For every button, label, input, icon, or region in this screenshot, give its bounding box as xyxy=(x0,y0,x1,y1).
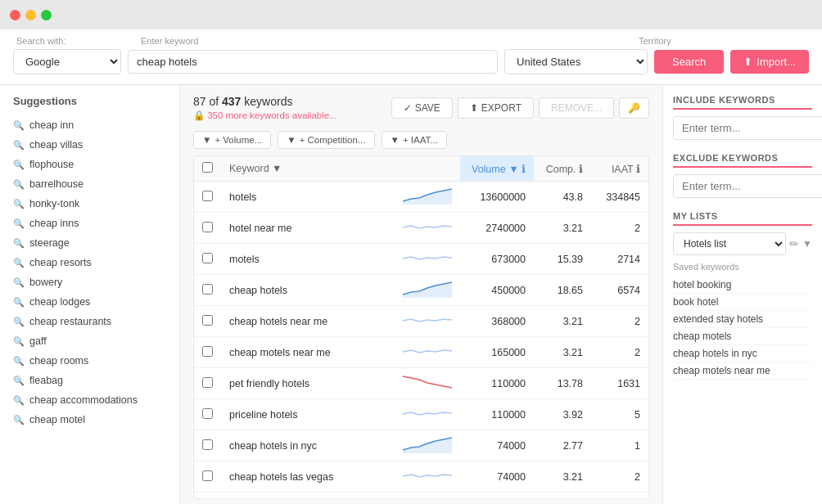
list-select[interactable]: Hotels list xyxy=(673,232,786,255)
sidebar-items-container: 🔍cheap inn🔍cheap villas🔍flophouse🔍barrel… xyxy=(0,115,179,430)
exclude-term-input[interactable] xyxy=(673,174,822,198)
maximize-button[interactable] xyxy=(41,10,52,20)
row-checkbox[interactable] xyxy=(202,377,213,388)
trend-sparkline xyxy=(403,280,452,298)
edit-list-button[interactable]: ✏ xyxy=(789,237,799,250)
save-button[interactable]: ✓ SAVE xyxy=(391,97,453,119)
keyword-cell[interactable]: hotel near me xyxy=(221,213,395,244)
volume-cell: 165000 xyxy=(460,337,534,368)
sidebar-item[interactable]: 🔍steerage xyxy=(0,233,179,253)
comp-cell: 43.8 xyxy=(534,182,591,213)
keyword-cell[interactable]: google hotels xyxy=(221,493,395,500)
keyword-cell[interactable]: pet friendly hotels xyxy=(221,368,395,399)
key-button[interactable]: 🔑 xyxy=(619,97,649,119)
row-checkbox[interactable] xyxy=(202,253,213,263)
remove-button[interactable]: REMOVE... xyxy=(539,97,614,119)
comp-cell: 3.21 xyxy=(534,461,591,493)
trend-cell xyxy=(395,182,460,213)
trend-sparkline xyxy=(403,373,452,391)
volume-header[interactable]: Volume ▼ ℹ xyxy=(460,156,534,182)
keyword-input[interactable] xyxy=(128,50,498,74)
trend-sparkline xyxy=(403,187,452,205)
import-button[interactable]: ⬆ Import... xyxy=(730,50,809,74)
comp-cell: 18.65 xyxy=(534,275,591,306)
table-row: pet friendly hotels 110000 13.78 1631 xyxy=(194,368,648,399)
sidebar-item[interactable]: 🔍barrelhouse xyxy=(0,174,179,194)
sidebar-item[interactable]: 🔍cheap accommodations xyxy=(0,390,179,410)
row-checkbox[interactable] xyxy=(202,408,213,419)
trend-sparkline xyxy=(403,249,452,267)
include-keywords-section: INCLUDE KEYWORDS Add xyxy=(673,95,812,140)
sidebar-item[interactable]: 🔍cheap restaurants xyxy=(0,312,179,331)
iaat-cell: 2 xyxy=(591,337,648,368)
row-checkbox[interactable] xyxy=(202,346,213,357)
saved-keyword-item: book hotel xyxy=(673,294,812,311)
sidebar-item-label: cheap restaurants xyxy=(29,316,111,327)
header-actions: ✓ SAVE ⬆ EXPORT REMOVE... 🔑 xyxy=(391,97,649,119)
sidebar-item[interactable]: 🔍fleabag xyxy=(0,371,179,390)
sidebar-item[interactable]: 🔍honky-tonk xyxy=(0,194,179,214)
iaat-header[interactable]: IAAT ℹ xyxy=(591,156,648,182)
close-button[interactable] xyxy=(10,10,20,20)
more-keywords-link[interactable]: 350 more keywords available... xyxy=(193,110,337,121)
row-checkbox[interactable] xyxy=(202,191,213,201)
sidebar-item-label: honky-tonk xyxy=(29,198,79,209)
trend-sparkline xyxy=(403,311,452,329)
comp-header[interactable]: Comp. ℹ xyxy=(534,156,591,182)
comp-cell: 3.21 xyxy=(534,306,591,337)
sidebar-title: Suggestions xyxy=(0,95,179,115)
row-checkbox-cell xyxy=(194,368,221,399)
list-chevron-button[interactable]: ▼ xyxy=(802,238,812,250)
export-button[interactable]: ⬆ EXPORT xyxy=(458,97,534,119)
trend-sparkline xyxy=(403,466,452,484)
keyword-cell[interactable]: cheap hotels las vegas xyxy=(221,461,395,493)
sidebar-item[interactable]: 🔍gaff xyxy=(0,331,179,351)
iaat-filter[interactable]: ▼ + IAAT... xyxy=(382,131,447,149)
keyword-cell[interactable]: cheap hotels xyxy=(221,275,395,306)
row-checkbox[interactable] xyxy=(202,222,213,232)
sidebar-item[interactable]: 🔍cheap villas xyxy=(0,135,179,155)
row-checkbox[interactable] xyxy=(202,315,213,326)
territory-select[interactable]: United States United Kingdom Canada xyxy=(504,49,648,74)
competition-filter[interactable]: ▼ + Competition... xyxy=(278,131,374,149)
my-lists-title: MY LISTS xyxy=(673,211,812,226)
keyword-cell[interactable]: hotels xyxy=(221,182,395,213)
keyword-header[interactable]: Keyword ▼ xyxy=(221,156,395,182)
table-row: google hotels 49500 2.77 1 xyxy=(194,493,648,500)
row-checkbox[interactable] xyxy=(202,470,213,481)
trend-cell xyxy=(395,244,460,275)
row-checkbox-cell xyxy=(194,493,221,500)
sidebar-item[interactable]: 🔍cheap resorts xyxy=(0,253,179,272)
keyword-cell[interactable]: priceline hotels xyxy=(221,399,395,430)
trend-sparkline xyxy=(403,404,452,422)
minimize-button[interactable] xyxy=(25,10,36,20)
sidebar-item[interactable]: 🔍flophouse xyxy=(0,155,179,174)
sidebar-item-label: gaff xyxy=(29,335,47,347)
topbar: Search with: Enter keyword Territory Goo… xyxy=(0,29,822,85)
search-button[interactable]: Search xyxy=(654,50,724,74)
volume-cell: 74000 xyxy=(460,461,534,493)
search-icon: 🔍 xyxy=(13,277,25,288)
sidebar-item[interactable]: 🔍cheap lodges xyxy=(0,292,179,312)
sidebar-item[interactable]: 🔍cheap inn xyxy=(0,115,179,135)
trend-cell xyxy=(395,399,460,430)
volume-filter[interactable]: ▼ + Volume... xyxy=(193,131,271,149)
select-all-checkbox[interactable] xyxy=(202,162,213,173)
include-term-input[interactable] xyxy=(673,116,822,140)
keyword-cell[interactable]: cheap hotels in nyc xyxy=(221,430,395,461)
exclude-title: EXCLUDE KEYWORDS xyxy=(673,153,812,168)
keyword-cell[interactable]: cheap motels near me xyxy=(221,337,395,368)
sidebar-item[interactable]: 🔍cheap rooms xyxy=(0,351,179,371)
sidebar-item[interactable]: 🔍cheap inns xyxy=(0,214,179,233)
saved-keywords-label: Saved keywords xyxy=(673,262,812,272)
sidebar-item[interactable]: 🔍cheap motel xyxy=(0,410,179,430)
keyword-cell[interactable]: cheap hotels near me xyxy=(221,306,395,337)
volume-cell: 110000 xyxy=(460,368,534,399)
content-area: 87 of 437 keywords 350 more keywords ava… xyxy=(180,85,662,504)
search-engine-select[interactable]: Google Bing xyxy=(13,49,121,74)
sidebar-item[interactable]: 🔍bowery xyxy=(0,272,179,292)
row-checkbox[interactable] xyxy=(202,284,213,295)
row-checkbox[interactable] xyxy=(202,439,213,450)
keyword-cell[interactable]: motels xyxy=(221,244,395,275)
table-row: hotel near me 2740000 3.21 2 xyxy=(194,213,648,244)
